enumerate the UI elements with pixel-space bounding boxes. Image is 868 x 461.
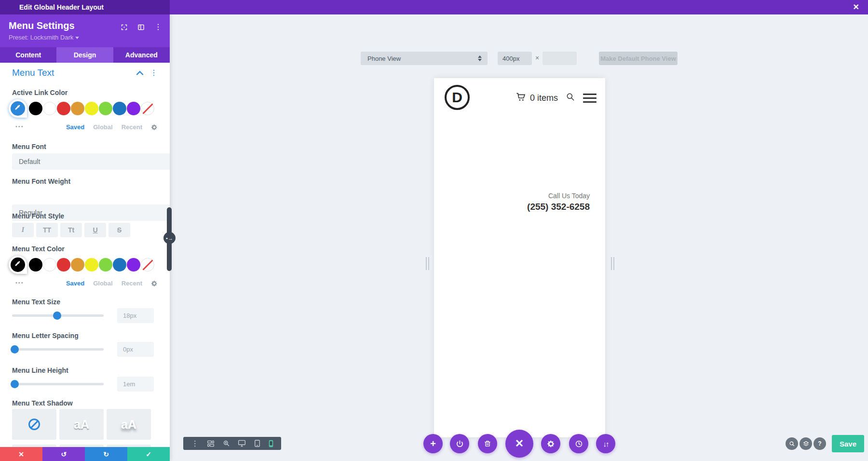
color-swatch[interactable] bbox=[71, 102, 84, 115]
settings-panel: Menu Settings Preset: Locksmith Dark ⋮ C… bbox=[0, 14, 170, 461]
current-color-swatch[interactable] bbox=[9, 99, 27, 118]
redo-button[interactable]: ↻ bbox=[85, 447, 127, 461]
tab-content[interactable]: Content bbox=[0, 47, 56, 63]
zoom-helper-icon[interactable] bbox=[786, 437, 798, 450]
expand-preview-icon[interactable] bbox=[121, 24, 128, 31]
tab-advanced[interactable]: Advanced bbox=[113, 47, 170, 63]
menu-line-height-input[interactable] bbox=[117, 377, 154, 392]
text-shadow-soft-option[interactable]: aA bbox=[59, 409, 104, 440]
color-swatch[interactable] bbox=[85, 258, 98, 271]
smallcaps-button[interactable]: Tt bbox=[60, 223, 82, 237]
dimension-times-label: × bbox=[535, 54, 539, 62]
color-swatch[interactable] bbox=[99, 102, 112, 115]
text-shadow-strong-option[interactable]: aA bbox=[107, 409, 151, 440]
preview-height-input[interactable] bbox=[542, 52, 577, 65]
phone-view-icon-active[interactable] bbox=[269, 440, 273, 447]
slider-handle[interactable] bbox=[11, 345, 19, 353]
global-colors-link[interactable]: Global bbox=[93, 123, 112, 131]
confirm-button[interactable]: ✓ bbox=[127, 447, 170, 461]
expand-collapse-button[interactable]: ↓↑ bbox=[596, 434, 615, 453]
close-icon[interactable]: ✕ bbox=[853, 2, 859, 12]
tablet-view-icon[interactable] bbox=[254, 440, 260, 447]
saved-colors-link[interactable]: Saved bbox=[66, 123, 84, 131]
color-palette bbox=[29, 102, 154, 115]
color-settings-gear-icon[interactable] bbox=[151, 280, 158, 287]
color-swatch[interactable] bbox=[127, 258, 140, 271]
preview-width-drag-handle-right[interactable] bbox=[611, 257, 615, 270]
color-swatch[interactable] bbox=[127, 102, 140, 115]
help-icon[interactable]: ? bbox=[814, 437, 826, 450]
uppercase-button[interactable]: TT bbox=[36, 223, 58, 237]
swatch-options-dots[interactable]: ••• bbox=[15, 123, 24, 129]
wireframe-view-icon[interactable] bbox=[207, 440, 215, 447]
recent-colors-link[interactable]: Recent bbox=[122, 280, 142, 287]
collapse-section-icon[interactable] bbox=[136, 68, 143, 77]
slider-handle[interactable] bbox=[53, 312, 61, 320]
section-title-menu-text[interactable]: Menu Text bbox=[12, 68, 54, 78]
search-icon[interactable] bbox=[566, 92, 575, 104]
current-color-swatch[interactable] bbox=[9, 256, 27, 274]
saved-colors-link[interactable]: Saved bbox=[66, 280, 84, 287]
page-settings-gear-button[interactable] bbox=[541, 434, 560, 453]
close-actions-button[interactable]: ✕ bbox=[505, 430, 533, 458]
cart-link[interactable]: 0 items bbox=[515, 92, 558, 104]
underline-button[interactable]: U bbox=[84, 223, 106, 237]
site-logo[interactable]: D bbox=[445, 85, 470, 110]
panel-resize-handle[interactable]: •→ bbox=[163, 232, 176, 244]
color-swatch[interactable] bbox=[71, 258, 84, 271]
section-more-options-icon[interactable]: ⋮ bbox=[150, 69, 158, 77]
zoom-view-icon[interactable] bbox=[223, 440, 230, 447]
transparent-color-swatch[interactable] bbox=[141, 102, 154, 115]
menu-letter-spacing-slider[interactable] bbox=[12, 348, 104, 351]
toolbar-more-icon[interactable]: ⋮ bbox=[191, 440, 199, 447]
portability-button[interactable] bbox=[450, 434, 469, 453]
clear-layout-button[interactable] bbox=[478, 434, 497, 453]
strikethrough-button[interactable]: S bbox=[108, 223, 130, 237]
desktop-view-icon[interactable] bbox=[238, 440, 246, 447]
menu-text-size-input[interactable] bbox=[117, 308, 154, 323]
swatch-options-dots[interactable]: ••• bbox=[15, 280, 24, 285]
color-swatch[interactable] bbox=[29, 102, 42, 115]
menu-font-select[interactable]: Default bbox=[12, 153, 170, 170]
view-mode-select[interactable]: Phone View bbox=[361, 52, 488, 65]
discard-button[interactable]: ✕ bbox=[0, 447, 42, 461]
add-module-button[interactable]: + bbox=[423, 434, 443, 453]
color-swatch[interactable] bbox=[43, 102, 56, 115]
layers-helper-icon[interactable] bbox=[800, 437, 812, 450]
transparent-color-swatch[interactable] bbox=[141, 258, 154, 271]
view-mode-toolbar: ⋮ bbox=[183, 437, 281, 450]
history-button[interactable] bbox=[569, 434, 588, 453]
split-view-icon[interactable] bbox=[137, 24, 145, 31]
cart-icon bbox=[515, 92, 526, 104]
menu-text-size-slider[interactable] bbox=[12, 314, 104, 317]
color-palette bbox=[29, 258, 154, 271]
panel-more-options-icon[interactable]: ⋮ bbox=[154, 23, 162, 31]
color-swatch[interactable] bbox=[43, 258, 56, 271]
preview-width-input[interactable] bbox=[498, 52, 532, 65]
menu-text-shadow-label: Menu Text Shadow bbox=[12, 399, 158, 407]
preset-selector[interactable]: Preset: Locksmith Dark bbox=[9, 34, 161, 41]
menu-letter-spacing-input[interactable] bbox=[117, 342, 154, 357]
preview-width-drag-handle-left[interactable] bbox=[426, 257, 430, 270]
color-swatch[interactable] bbox=[57, 258, 70, 271]
color-swatch[interactable] bbox=[113, 258, 126, 271]
color-swatch[interactable] bbox=[85, 102, 98, 115]
color-settings-gear-icon[interactable] bbox=[151, 124, 158, 131]
settings-tabs: Content Design Advanced bbox=[0, 47, 170, 63]
tab-design[interactable]: Design bbox=[56, 47, 113, 63]
menu-line-height-slider[interactable] bbox=[12, 383, 104, 385]
make-default-phone-view-button[interactable]: Make Default Phone View bbox=[599, 52, 678, 65]
text-shadow-none-option[interactable] bbox=[12, 409, 56, 440]
save-button[interactable]: Save bbox=[832, 435, 864, 452]
undo-button[interactable]: ↺ bbox=[42, 447, 85, 461]
slider-handle[interactable] bbox=[11, 380, 19, 388]
phone-number[interactable]: (255) 352-6258 bbox=[445, 202, 590, 212]
color-swatch[interactable] bbox=[99, 258, 112, 271]
color-swatch[interactable] bbox=[57, 102, 70, 115]
hamburger-menu-icon[interactable] bbox=[583, 94, 597, 103]
recent-colors-link[interactable]: Recent bbox=[122, 123, 142, 131]
color-swatch[interactable] bbox=[29, 258, 42, 271]
color-swatch[interactable] bbox=[113, 102, 126, 115]
italic-button[interactable]: I bbox=[12, 223, 34, 237]
global-colors-link[interactable]: Global bbox=[93, 280, 112, 287]
